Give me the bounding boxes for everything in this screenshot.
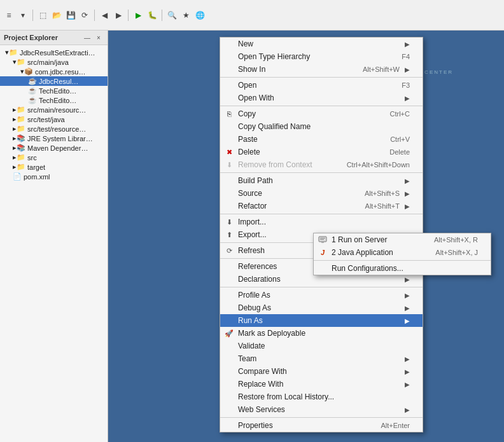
tree-item-jdbc-class[interactable]: ☕ JdbcResul… xyxy=(0,76,108,86)
menu-separator-1 xyxy=(220,77,423,78)
menu-item-restore-from-local-history[interactable]: Restore from Local History... xyxy=(220,390,423,403)
refactor-shortcut: Alt+Shift+T xyxy=(365,202,400,210)
jdbc-class-label: JdbcResul… xyxy=(39,78,78,85)
tree-item-src-test-java[interactable]: ▸📁 src/test/java xyxy=(0,114,108,124)
tree-item-tech-editor-1[interactable]: ☕ TechEdito… xyxy=(0,86,108,95)
tree-item-project[interactable]: ▾📁 JdbcResultSetExtracti… xyxy=(0,48,108,57)
menu-item-copy[interactable]: ⎘ Copy Ctrl+C xyxy=(220,107,423,120)
copy-label: Copy xyxy=(238,109,377,118)
menu-item-validate[interactable]: Validate xyxy=(220,340,423,352)
tree-item-pom[interactable]: 📄 pom.xml xyxy=(0,172,108,181)
menu-item-replace-with[interactable]: Replace With ▶ xyxy=(220,378,423,390)
tree-item-target[interactable]: ▸📁 target xyxy=(0,162,108,172)
menu-item-compare-with[interactable]: Compare With ▶ xyxy=(220,365,423,378)
toolbar-open-icon[interactable]: 📂 xyxy=(50,9,63,22)
source-arrow-icon: ▶ xyxy=(405,190,410,197)
pom-icon: 📄 xyxy=(13,172,22,181)
export-icon: ⬆ xyxy=(224,230,234,240)
replace-with-label: Replace With xyxy=(238,380,400,389)
menu-item-open-type-hierarchy[interactable]: Open Type Hierarchy F4 xyxy=(220,50,423,63)
submenu-item-run-configurations[interactable]: Run Configurations... xyxy=(314,262,491,275)
tree-item-src-main-java[interactable]: ▾📁 src/main/java xyxy=(0,57,108,67)
restore-from-local-history-label: Restore from Local History... xyxy=(238,392,410,401)
toolbar-back-icon[interactable]: ◀ xyxy=(98,9,111,22)
toolbar-debug-icon[interactable]: 🐛 xyxy=(146,9,158,22)
toolbar-dropdown-icon[interactable]: ▾ xyxy=(17,9,29,22)
submenu-separator xyxy=(314,260,491,261)
menu-separator-8 xyxy=(220,417,423,418)
open-with-label: Open With xyxy=(238,93,400,102)
menu-item-team[interactable]: Team ▶ xyxy=(220,352,423,365)
tree-item-src-main-resources[interactable]: ▸📁 src/main/resourc… xyxy=(0,105,108,114)
submenu-item-run-on-server[interactable]: 1 Run on Server Alt+Shift+X, R xyxy=(314,233,491,246)
menu-item-delete[interactable]: ✖ Delete Delete xyxy=(220,146,423,158)
menu-item-open[interactable]: Open F3 xyxy=(220,79,423,92)
menu-item-build-path[interactable]: Build Path ▶ xyxy=(220,174,423,187)
menu-item-show-in[interactable]: Show In Alt+Shift+W ▶ xyxy=(220,63,423,76)
show-in-label: Show In xyxy=(238,65,350,74)
menu-item-debug-as[interactable]: Debug As ▶ xyxy=(220,301,423,314)
profile-as-arrow-icon: ▶ xyxy=(405,292,410,299)
show-in-arrow-icon: ▶ xyxy=(405,66,410,73)
menu-item-copy-qualified-name[interactable]: Copy Qualified Name xyxy=(220,120,423,133)
properties-label: Properties xyxy=(238,421,368,430)
menu-item-run-as[interactable]: Run As ▶ xyxy=(220,314,423,327)
java-application-label: 2 Java Application xyxy=(332,248,423,257)
build-path-label: Build Path xyxy=(238,176,400,185)
team-label: Team xyxy=(238,354,400,363)
toolbar-run-icon[interactable]: ▶ xyxy=(132,9,144,22)
tree-item-maven-dependencies[interactable]: ▸📚 Maven Depender… xyxy=(0,143,108,153)
team-arrow-icon: ▶ xyxy=(405,356,410,363)
menu-separator-7 xyxy=(220,287,423,287)
toolbar-menu-icon[interactable]: ≡ xyxy=(3,9,15,22)
toolbar-save-icon[interactable]: 💾 xyxy=(64,9,77,22)
deploy-icon: 🚀 xyxy=(224,328,234,338)
src-test-java-icon: ▸📁 xyxy=(13,115,25,123)
toolbar-new-icon[interactable]: ⬚ xyxy=(36,9,49,22)
open-with-arrow-icon: ▶ xyxy=(405,95,410,102)
toolbar-refresh-icon[interactable]: ⟳ xyxy=(78,9,91,22)
menu-separator-4 xyxy=(220,214,423,214)
tech-editor-1-label: TechEdito… xyxy=(39,87,76,95)
panel-close-button[interactable]: × xyxy=(94,32,104,43)
copy-qualified-name-label: Copy Qualified Name xyxy=(238,122,410,131)
run-as-arrow-icon: ▶ xyxy=(405,317,410,324)
menu-item-paste[interactable]: Paste Ctrl+V xyxy=(220,133,423,146)
toolbar-forward-icon[interactable]: ▶ xyxy=(112,9,125,22)
tree-item-tech-editor-2[interactable]: ☕ TechEdito… xyxy=(0,95,108,105)
run-on-server-label: 1 Run on Server xyxy=(332,235,421,244)
declarations-arrow-icon: ▶ xyxy=(405,276,410,283)
menu-item-refactor[interactable]: Refactor Alt+Shift+T ▶ xyxy=(220,200,423,212)
profile-as-label: Profile As xyxy=(238,291,400,300)
run-as-label: Run As xyxy=(238,316,400,325)
tech-editor-1-icon: ☕ xyxy=(28,86,37,95)
submenu-item-java-application[interactable]: J 2 Java Application Alt+Shift+X, J xyxy=(314,246,491,259)
menu-item-import[interactable]: ⬇ Import... xyxy=(220,216,423,228)
menu-item-profile-as[interactable]: Profile As ▶ xyxy=(220,289,423,301)
toolbar-separator-3 xyxy=(128,10,129,21)
toolbar-globe-icon[interactable]: 🌐 xyxy=(193,9,206,22)
properties-shortcut: Alt+Enter xyxy=(381,422,410,429)
tree-item-src[interactable]: ▸📁 src xyxy=(0,153,108,162)
toolbar-star-icon[interactable]: ★ xyxy=(179,9,192,22)
toolbar-search-icon[interactable]: 🔍 xyxy=(165,9,178,22)
panel-minimize-button[interactable]: — xyxy=(82,32,92,43)
menu-item-mark-as-deployable[interactable]: 🚀 Mark as Deployable xyxy=(220,327,423,340)
menu-item-open-with[interactable]: Open With ▶ xyxy=(220,92,423,104)
menu-item-source[interactable]: Source Alt+Shift+S ▶ xyxy=(220,187,423,200)
tree-item-jre-system-library[interactable]: ▸📚 JRE System Librar… xyxy=(0,134,108,143)
maven-deps-label: Maven Depender… xyxy=(27,144,88,152)
import-icon: ⬇ xyxy=(224,217,234,227)
web-services-label: Web Services xyxy=(238,405,400,414)
toolbar-separator-2 xyxy=(94,10,95,21)
menu-item-web-services[interactable]: Web Services ▶ xyxy=(220,403,423,416)
src-main-java-icon: ▾📁 xyxy=(13,58,25,66)
menu-item-properties[interactable]: Properties Alt+Enter xyxy=(220,419,423,432)
tree-item-package[interactable]: ▾📦 com.jdbc.resu… xyxy=(0,67,108,76)
tree-item-src-test-resources[interactable]: ▸📁 src/test/resource… xyxy=(0,124,108,134)
tech-editor-2-label: TechEdito… xyxy=(39,97,76,104)
refactor-label: Refactor xyxy=(238,202,353,211)
menu-item-new[interactable]: New ▶ xyxy=(220,38,423,50)
replace-with-arrow-icon: ▶ xyxy=(405,381,410,388)
copy-icon: ⎘ xyxy=(224,109,234,119)
